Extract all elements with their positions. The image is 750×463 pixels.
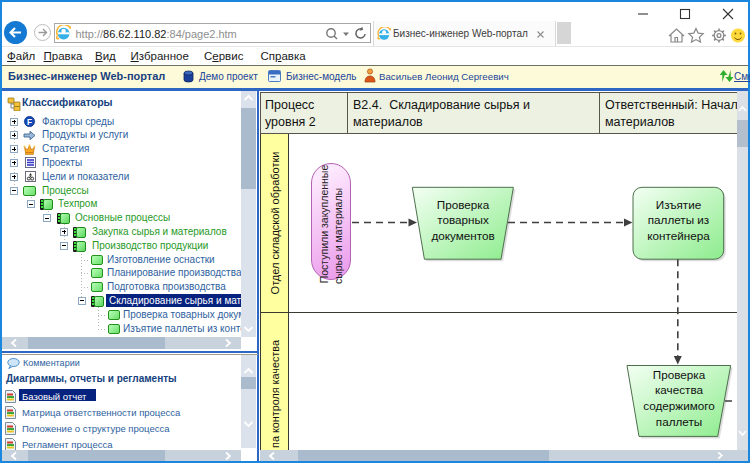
- svg-text:F: F: [27, 117, 32, 126]
